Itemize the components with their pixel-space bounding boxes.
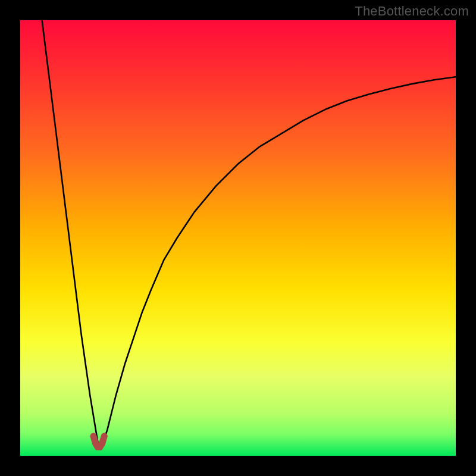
watermark-text: TheBottleneck.com [355,4,469,19]
bottleneck-plot [20,20,456,456]
chart-frame: TheBottleneck.com [0,0,476,476]
gradient-background [20,20,456,456]
